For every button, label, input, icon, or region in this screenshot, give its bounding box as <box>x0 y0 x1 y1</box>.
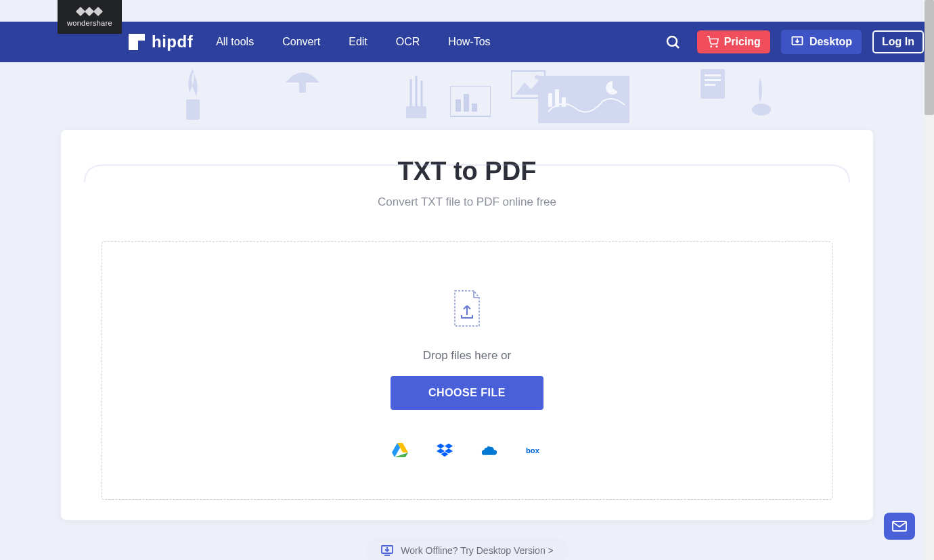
box-button[interactable]: box <box>526 442 542 459</box>
cart-icon <box>707 36 719 48</box>
svg-rect-8 <box>406 106 426 118</box>
nav-convert[interactable]: Convert <box>282 36 320 48</box>
svg-marker-30 <box>445 444 453 448</box>
login-label: Log In <box>882 36 914 48</box>
page-subtitle: Convert TXT file to PDF online free <box>102 195 832 209</box>
main-nav: All tools Convert Edit OCR How-Tos <box>216 36 490 48</box>
offline-desktop-link[interactable]: Work Offline? Try Desktop Version > <box>365 538 569 560</box>
svg-rect-11 <box>464 94 469 112</box>
main-card: TXT to PDF Convert TXT file to PDF onlin… <box>61 130 873 520</box>
svg-point-3 <box>716 46 717 47</box>
svg-rect-20 <box>562 97 566 107</box>
product-name: hipdf <box>152 32 193 51</box>
choose-file-button[interactable]: CHOOSE FILE <box>391 376 543 410</box>
dropbox-button[interactable] <box>437 442 453 459</box>
svg-marker-14 <box>515 80 539 95</box>
google-drive-icon <box>392 443 408 458</box>
wondershare-text: wondershare <box>67 19 112 27</box>
svg-point-25 <box>752 103 771 116</box>
decorative-illustrations <box>61 62 873 130</box>
desktop-label: Desktop <box>809 36 852 48</box>
svg-marker-33 <box>441 452 448 457</box>
onedrive-icon <box>481 444 497 457</box>
nav-edit[interactable]: Edit <box>349 36 368 48</box>
svg-rect-10 <box>455 99 461 112</box>
drop-text: Drop files here or <box>423 349 511 363</box>
cloud-providers: box <box>392 442 542 459</box>
wondershare-badge[interactable]: wondershare <box>58 0 122 34</box>
file-dropzone[interactable]: Drop files here or CHOOSE FILE <box>102 241 832 500</box>
feedback-button[interactable] <box>884 513 915 540</box>
download-icon <box>791 35 804 49</box>
desktop-download-icon <box>380 544 394 557</box>
offline-text: Work Offline? Try Desktop Version > <box>401 545 554 556</box>
upload-file-icon <box>451 289 483 329</box>
svg-rect-12 <box>472 103 477 112</box>
product-logo[interactable]: hipdf <box>129 32 193 51</box>
svg-rect-18 <box>548 93 552 107</box>
scrollbar-thumb[interactable] <box>925 0 934 115</box>
search-icon <box>665 34 681 50</box>
svg-point-2 <box>711 46 712 47</box>
svg-rect-23 <box>705 79 721 81</box>
svg-rect-19 <box>555 89 559 107</box>
nav-ocr[interactable]: OCR <box>396 36 420 48</box>
pricing-label: Pricing <box>724 36 761 48</box>
dropbox-icon <box>437 443 453 458</box>
svg-rect-7 <box>299 83 306 93</box>
svg-rect-22 <box>705 74 721 76</box>
hipdf-logo-icon <box>129 34 145 50</box>
svg-marker-29 <box>437 444 445 448</box>
pricing-button[interactable]: Pricing <box>697 30 770 53</box>
scrollbar[interactable] <box>925 0 934 560</box>
svg-text:box: box <box>526 446 540 454</box>
onedrive-button[interactable] <box>481 442 497 459</box>
nav-how-tos[interactable]: How-Tos <box>448 36 490 48</box>
login-button[interactable]: Log In <box>872 30 924 53</box>
svg-point-0 <box>667 37 677 46</box>
wondershare-logo-icon <box>77 8 102 15</box>
envelope-icon <box>892 521 907 532</box>
nav-all-tools[interactable]: All tools <box>216 36 254 48</box>
search-button[interactable] <box>665 34 681 50</box>
svg-line-1 <box>675 45 679 48</box>
top-strip <box>0 0 934 22</box>
svg-rect-24 <box>705 84 715 86</box>
desktop-button[interactable]: Desktop <box>781 30 862 54</box>
box-icon: box <box>526 444 542 457</box>
google-drive-button[interactable] <box>392 442 408 459</box>
svg-rect-6 <box>186 99 200 120</box>
main-header: hipdf All tools Convert Edit OCR How-Tos… <box>0 22 934 62</box>
